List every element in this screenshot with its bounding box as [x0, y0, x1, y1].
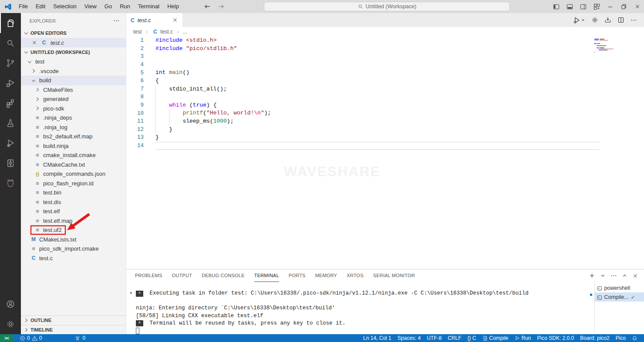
configure-gear-button[interactable] [591, 17, 598, 23]
breadcrumb-item--[interactable]: ... [183, 29, 187, 35]
open-editor-test-c[interactable]: Ctest.c [21, 38, 126, 47]
file-pico-flash-region-ld[interactable]: ≡pico_flash_region.ld [21, 179, 126, 188]
file--ninja-log[interactable]: ≡.ninja_log [21, 123, 126, 132]
status-pico[interactable]: Pico [613, 334, 629, 342]
status-pico-sdk-version[interactable]: Pico SDK: 2.0.0 [534, 334, 577, 342]
close-tab-icon[interactable] [172, 17, 178, 23]
activity-pico-board-button[interactable] [0, 153, 21, 173]
minimap[interactable] [594, 39, 620, 54]
panel-tab-output[interactable]: OUTPUT [172, 269, 192, 282]
run-or-debug-button[interactable] [573, 17, 585, 24]
file-bs2-default-elf-map[interactable]: ≡bs2_default.elf.map [21, 132, 126, 141]
close-panel-button[interactable] [632, 273, 638, 279]
folder-build[interactable]: build [21, 76, 126, 85]
toggle-primary-sidebar-button[interactable] [550, 0, 563, 13]
file-cmake-install-cmake[interactable]: ≡cmake_install.cmake [21, 151, 126, 160]
folder-pico-sdk[interactable]: pico-sdk [21, 104, 126, 114]
panel-tab-problems[interactable]: PROBLEMS [135, 269, 162, 282]
menu-file[interactable]: File [15, 0, 32, 13]
activity-search-button[interactable] [0, 33, 21, 53]
explorer-more-actions-button[interactable] [113, 17, 120, 24]
new-terminal-button[interactable] [589, 272, 595, 279]
breadcrumb-item-test[interactable]: test [133, 29, 142, 35]
panel-more-actions-button[interactable] [610, 272, 617, 279]
close-editor-icon[interactable] [31, 40, 37, 46]
timeline-header[interactable]: TIMELINE [21, 325, 126, 335]
outline-header[interactable]: OUTLINE [21, 315, 126, 325]
folder-test[interactable]: test [21, 57, 126, 67]
folder-generated[interactable]: generated [21, 94, 126, 104]
menu-go[interactable]: Go [101, 0, 116, 13]
file-test-elf[interactable]: ≡test.elf [21, 207, 126, 216]
menu-terminal[interactable]: Terminal [134, 0, 163, 13]
file-test-elf-map[interactable]: ≡test.elf.map [21, 216, 126, 226]
toggle-secondary-sidebar-button[interactable] [577, 0, 590, 13]
workspace-header[interactable]: UNTITLED (WORKSPACE) [21, 47, 126, 57]
terminal-dropdown-button[interactable] [600, 273, 606, 278]
activity-settings-button[interactable] [0, 314, 21, 334]
activity-source-control-button[interactable] [0, 53, 21, 73]
activity-raspberry-pi-pico-button[interactable] [0, 173, 21, 193]
menu-help[interactable]: Help [163, 0, 183, 13]
activity-cmake-button[interactable] [0, 133, 21, 153]
file-pico-sdk-import-cmake[interactable]: ≡pico_sdk_import.cmake [21, 244, 126, 254]
minimize-button[interactable] [604, 0, 617, 13]
panel-tab-serial-monitor[interactable]: SERIAL MONITOR [373, 269, 415, 282]
status-encoding[interactable]: UTF-8 [424, 334, 445, 342]
terminal-instance-compile-[interactable]: >_Compile...✓ [595, 292, 644, 302]
activity-testing-button[interactable] [0, 113, 21, 133]
breadcrumb-item-test-c[interactable]: Ctest.c [152, 29, 173, 35]
file-test-uf2[interactable]: ≡test.uf2 [21, 225, 126, 235]
maximize-panel-button[interactable] [622, 273, 627, 278]
close-button[interactable] [631, 0, 644, 13]
status-cursor-position[interactable]: Ln 14, Col 1 [360, 334, 394, 342]
activity-run-and-debug-button[interactable] [0, 73, 21, 93]
file-cmakecache-txt[interactable]: ≡CMakeCache.txt [21, 160, 126, 170]
panel-tab-debug-console[interactable]: DEBUG CONSOLE [202, 269, 245, 282]
folder--vscode[interactable]: .vscode [21, 67, 126, 76]
problems-status[interactable]: 0 0 [17, 334, 45, 342]
menu-edit[interactable]: Edit [32, 0, 49, 13]
flash-project-button[interactable] [604, 17, 611, 23]
menu-selection[interactable]: Selection [49, 0, 80, 13]
restore-button[interactable] [617, 0, 631, 13]
panel-tab-memory[interactable]: MEMORY [315, 269, 337, 282]
terminal-output[interactable]: ●* Executing task in folder test: C:\Use… [126, 282, 594, 334]
tab-test-c[interactable]: C test.c [126, 13, 183, 27]
activity-extensions-button[interactable] [0, 93, 21, 113]
panel-tab-ports[interactable]: PORTS [289, 269, 306, 282]
code-editor[interactable]: 1#include <stdio.h>2#include "pico/stdli… [126, 37, 644, 269]
back-button[interactable] [204, 3, 211, 10]
customize-layout-button[interactable] [590, 0, 604, 13]
menu-run[interactable]: Run [116, 0, 134, 13]
split-editor-button[interactable] [617, 17, 624, 23]
status-eol[interactable]: CRLF [445, 334, 464, 342]
panel-tab-xrtos[interactable]: XRTOS [347, 269, 364, 282]
terminal-instance-powershell[interactable]: >_powershell [595, 283, 644, 292]
toggle-panel-button[interactable] [563, 0, 577, 13]
file-test-dis[interactable]: ≡test.dis [21, 198, 126, 207]
open-editors-header[interactable]: OPEN EDITORS [21, 28, 126, 38]
editor-more-actions-button[interactable] [631, 17, 637, 23]
activity-explorer-button[interactable] [0, 13, 21, 33]
file--ninja-deps[interactable]: ≡.ninja_deps [21, 113, 126, 123]
forward-button[interactable] [218, 3, 225, 10]
status-run[interactable]: Run [512, 334, 534, 342]
command-center-search[interactable]: Untitled (Workspace) [264, 2, 510, 11]
menu-view[interactable]: View [81, 0, 101, 13]
activity-accounts-button[interactable] [0, 294, 21, 314]
status-notifications[interactable] [629, 334, 641, 342]
file-compile-commands-json[interactable]: {}compile_commands.json [21, 169, 126, 179]
status-language-mode[interactable]: {} C [465, 334, 479, 342]
file-cmakelists-txt[interactable]: MCMakeLists.txt [21, 235, 126, 245]
file-test-bin[interactable]: ≡test.bin [21, 188, 126, 198]
status-indentation[interactable]: Spaces: 4 [394, 334, 424, 342]
remote-indicator[interactable]: >< [0, 334, 13, 342]
file-build-ninja[interactable]: ≡build.ninja [21, 141, 126, 151]
status-compile[interactable]: Compile [479, 334, 512, 342]
forwarded-ports-status[interactable]: 0 [71, 334, 88, 342]
folder-cmakefiles[interactable]: CMakeFiles [21, 85, 126, 95]
status-board[interactable]: Board: pico2 [577, 334, 612, 342]
panel-tab-terminal[interactable]: TERMINAL [254, 269, 279, 282]
file-test-c[interactable]: Ctest.c [21, 254, 126, 263]
